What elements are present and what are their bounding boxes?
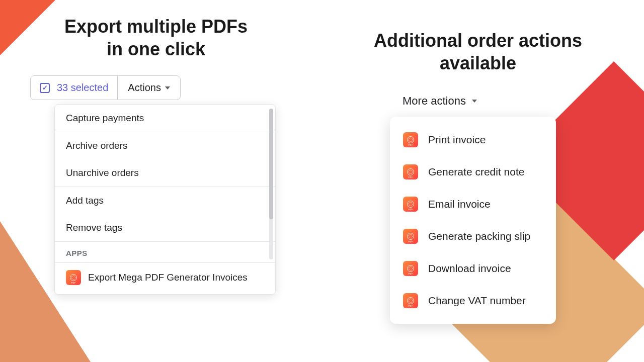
selection-bar: ✓ 33 selected Actions — [30, 75, 181, 100]
scrollbar[interactable] — [269, 109, 273, 259]
selected-count-label: 33 selected — [57, 82, 108, 94]
pdf-app-icon: PDF — [403, 261, 418, 276]
action-label: Email invoice — [428, 198, 491, 210]
right-heading: Additional order actions available — [342, 29, 614, 74]
actions-dropdown-menu: Capture payments Archive orders Unarchiv… — [54, 104, 276, 295]
pdf-app-icon: PDF — [403, 164, 418, 179]
menu-item-change-vat-number[interactable]: PDF Change VAT number — [390, 285, 556, 317]
menu-item-archive-orders[interactable]: Archive orders — [55, 132, 275, 159]
action-label: Download invoice — [428, 262, 511, 275]
menu-item-print-invoice[interactable]: PDF Print invoice — [390, 124, 556, 156]
menu-item-generate-credit-note[interactable]: PDF Generate credit note — [390, 156, 556, 188]
pdf-app-icon: PDF — [403, 197, 418, 212]
chevron-down-icon — [165, 86, 170, 89]
selection-count-box[interactable]: ✓ 33 selected — [31, 76, 118, 100]
select-all-checkbox[interactable]: ✓ — [40, 83, 50, 93]
action-label: Change VAT number — [428, 295, 526, 307]
pdf-app-icon: PDF — [403, 229, 418, 244]
menu-item-generate-packing-slip[interactable]: PDF Generate packing slip — [390, 220, 556, 252]
menu-item-download-invoice[interactable]: PDF Download invoice — [390, 252, 556, 285]
pdf-app-icon: PDF — [403, 293, 418, 308]
app-item-label: Export Mega PDF Generator Invoices — [88, 272, 248, 283]
apps-section-header: APPS — [55, 241, 275, 262]
action-label: Generate packing slip — [428, 230, 530, 242]
more-actions-label: More actions — [403, 95, 466, 108]
pdf-app-icon: PDF — [403, 132, 418, 147]
menu-item-unarchive-orders[interactable]: Unarchive orders — [55, 159, 275, 187]
actions-dropdown-button[interactable]: Actions — [118, 76, 180, 100]
menu-item-remove-tags[interactable]: Remove tags — [55, 214, 275, 241]
menu-item-add-tags[interactable]: Add tags — [55, 187, 275, 214]
scrollbar-thumb[interactable] — [269, 109, 273, 219]
action-label: Print invoice — [428, 134, 486, 146]
action-label: Generate credit note — [428, 166, 524, 178]
actions-label: Actions — [128, 82, 161, 94]
menu-item-email-invoice[interactable]: PDF Email invoice — [390, 188, 556, 220]
menu-item-export-mega-pdf[interactable]: PDF Export Mega PDF Generator Invoices — [55, 262, 275, 294]
menu-item-capture-payments[interactable]: Capture payments — [55, 105, 275, 132]
pdf-app-icon: PDF — [66, 270, 81, 285]
chevron-down-icon — [472, 100, 477, 103]
more-actions-menu: PDF Print invoice PDF Generate credit no… — [390, 117, 556, 324]
left-heading: Export multiple PDFsin one click — [30, 15, 282, 60]
more-actions-button[interactable]: More actions — [403, 95, 614, 108]
